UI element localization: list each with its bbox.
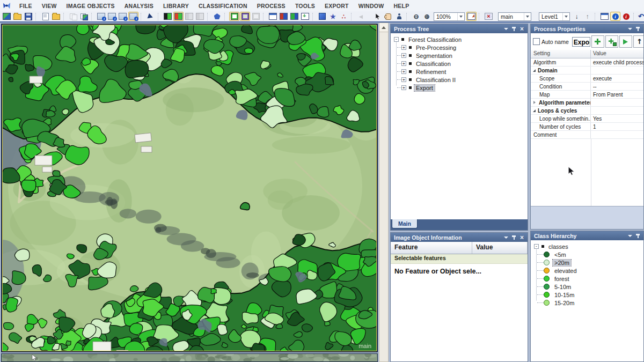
process-tree-titlebar[interactable]: Process Tree × [391,24,528,33]
class-item-elevated[interactable]: elevated [531,267,643,275]
add-process-button[interactable] [591,35,604,48]
process-name-field[interactable]: Export [572,37,590,47]
tree-item-segmentation[interactable]: +Segmentation [391,51,528,60]
class-item-15-20m[interactable]: 15-20m [531,299,643,307]
tree-item-pre-processing[interactable]: +Pre-Processing [391,43,528,51]
zoom-in-icon[interactable]: ⊕ [422,12,432,21]
panel-menu-button[interactable] [626,232,634,240]
show-outlines-icon[interactable] [229,12,239,21]
class-hierarchy-titlebar[interactable]: Class Hierarchy [531,231,643,240]
samples-view-icon[interactable] [184,12,194,21]
setting-row-algorithm[interactable]: Algorithmexecute child processes [531,58,643,67]
menu-classification[interactable]: CLASSIFICATION [194,3,252,9]
pin-button[interactable] [510,233,518,241]
delete-level-icon[interactable]: × [484,12,494,21]
setting-row-loops-cycles[interactable]: Loops & cycles [531,107,643,115]
object-info-icon[interactable]: i [610,12,620,21]
menu-analysis[interactable]: ANALYSIS [120,3,158,9]
copy-window-icon[interactable] [68,12,78,21]
save-project-icon[interactable] [23,12,33,21]
pane-single-icon[interactable] [268,12,278,21]
menu-view[interactable]: VIEW [37,3,62,9]
copy-view-icon[interactable] [79,12,89,21]
dropdown-arrow-icon[interactable] [524,13,531,20]
pin-button[interactable] [510,25,518,33]
tree-item-refinement[interactable]: +Refinement [391,68,528,76]
menu-process[interactable]: PROCESS [252,3,290,9]
transparency-icon[interactable] [240,12,250,21]
map-combo[interactable]: main [498,12,531,21]
dropdown-arrow-icon[interactable] [562,13,569,20]
level-up-icon[interactable]: ↑ [582,12,592,21]
level-down-icon[interactable]: ↓ [572,12,582,21]
map-view[interactable]: main [2,25,377,351]
cursor-tool-icon[interactable] [372,12,383,21]
navigate-icon[interactable] [145,12,156,21]
secondary-map-view[interactable] [2,354,377,361]
view-settings-icon[interactable]: i [96,12,106,21]
cube-3d-icon[interactable] [317,12,327,21]
value-column-header[interactable]: Value [591,50,643,58]
new-project-icon[interactable] [40,12,50,21]
membership-view-icon[interactable] [195,12,205,21]
back-icon[interactable]: ◄ [356,12,366,21]
setting-row-domain[interactable]: Domain [531,67,643,75]
pin-button[interactable] [634,232,642,240]
window-icon[interactable] [599,12,610,21]
insert-child-process-button[interactable] [605,35,618,48]
view-layouts-icon[interactable]: i [107,12,117,21]
pixel-view-icon[interactable] [163,12,173,21]
menu-export[interactable]: EXPORT [320,3,354,9]
tree-item-root[interactable]: -Forest Classification [391,35,528,43]
pane-new-icon[interactable] [300,12,310,21]
zoom-level-combo[interactable]: 100% [434,12,465,21]
menu-window[interactable]: WINDOW [354,3,389,9]
class-item-20m[interactable]: >20m [531,258,643,267]
menu-help[interactable]: HELP [389,3,414,9]
setting-row-comment[interactable]: Comment [531,131,643,139]
menu-tools[interactable]: TOOLS [290,3,320,9]
pin-button[interactable] [634,25,642,33]
scroll-up-button[interactable] [379,23,388,32]
zoom-window-icon[interactable] [466,12,477,21]
menu-file[interactable]: FILE [14,3,37,9]
tree-item-classification-ii[interactable]: +Classification II [391,76,528,84]
setting-row-loop-while-somethin-[interactable]: Loop while somethin...Yes [531,115,643,123]
feature-column-header[interactable]: Feature [391,242,472,254]
zoom-out-icon[interactable]: ⊖ [411,12,421,21]
menu-library[interactable]: LIBRARY [158,3,194,9]
class-item-5m[interactable]: <5m [531,250,643,258]
undo-icon[interactable]: ↶ [638,12,644,21]
setting-row-algorithm-parameters[interactable]: Algorithm parameters [531,99,643,107]
select-object-icon[interactable] [394,12,404,21]
setting-column-header[interactable]: Setting [531,50,591,58]
class-tree-root[interactable]: -classes [531,242,643,250]
tree-item-classification[interactable]: +Classification [391,60,528,68]
vertical-scrollbar[interactable] [379,23,389,362]
image-object-info-titlebar[interactable]: Image Object Information × [391,233,528,242]
setting-row-map[interactable]: MapFrom Parent [531,91,643,99]
setting-row-scope[interactable]: Scopeexecute [531,75,643,83]
polygons-icon[interactable] [251,12,261,21]
setting-row-number-of-cycles[interactable]: Number of cycles1 [531,123,643,131]
open-workspace-icon[interactable] [51,12,61,21]
panel-menu-button[interactable] [502,233,510,241]
messages-icon[interactable]: i [621,12,631,21]
auto-name-checkbox[interactable] [533,38,540,45]
scatter-icon[interactable]: ∴ [339,12,349,21]
open-project-icon[interactable] [12,12,23,21]
load-image-icon[interactable] [2,12,12,21]
pan-tool-icon[interactable] [383,12,393,21]
tree-item-export[interactable]: +Export [391,84,528,92]
dropdown-arrow-icon[interactable] [457,13,464,20]
star-icon[interactable]: ★ [328,12,338,21]
object-mean-view-icon[interactable]: i [128,12,138,21]
class-item-10-15m[interactable]: 10-15m [531,291,643,299]
value-column-header[interactable]: Value [472,242,528,254]
menu-image-objects[interactable]: IMAGE OBJECTS [62,3,120,9]
level-combo[interactable]: Level1 [539,12,570,21]
class-item-5-10m[interactable]: 5-10m [531,283,643,291]
process-properties-titlebar[interactable]: Process Properties [531,24,643,33]
image-objects-icon[interactable] [212,12,222,21]
class-item-forest[interactable]: forest [531,275,643,283]
